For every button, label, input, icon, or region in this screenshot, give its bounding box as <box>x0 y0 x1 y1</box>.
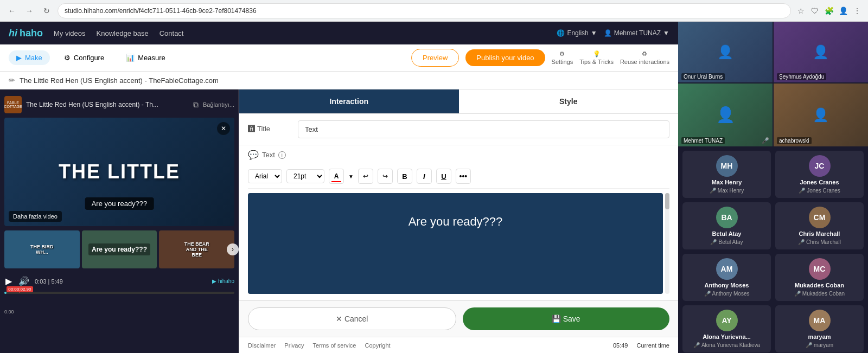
video-cell-1: 👤 Onur Ural Burns <box>678 22 773 82</box>
profile-icon[interactable]: 👤 <box>838 5 848 16</box>
video-logo: FABLECOTTAGE <box>4 96 22 113</box>
participant-max-henry: MH Max Henry 🎤 Max Henry <box>682 151 771 198</box>
nav-contact[interactable]: Contact <box>159 29 184 37</box>
more-videos-button[interactable]: Daha fazla video <box>9 211 62 222</box>
save-button[interactable]: 💾 Save <box>463 307 670 330</box>
undo-button[interactable]: ↩ <box>358 169 373 184</box>
user-menu[interactable]: 👤 Mehmet TUNAZ ▼ <box>604 29 669 37</box>
language-selector[interactable]: 🌐 English ▼ <box>557 29 597 37</box>
italic-button[interactable]: I <box>417 169 432 184</box>
text-content-area[interactable]: Are you ready??? <box>248 193 663 294</box>
participant-betul-atay-name: Betul Atay <box>712 230 742 237</box>
shield-icon: 🛡 <box>809 5 820 16</box>
extensions-icon[interactable]: 🧩 <box>824 5 834 16</box>
play-button[interactable]: ▶ <box>4 275 13 287</box>
more-options-button[interactable]: ••• <box>456 169 471 184</box>
participant-jones-cranes: JC Jones Cranes 🎤 Jones Cranes <box>775 151 864 198</box>
mic-icon-6: 🎤 <box>794 291 801 297</box>
interaction-panel: Interaction Style 🅰 Title <box>239 89 678 353</box>
menu-icon[interactable]: ⋮ <box>852 5 863 16</box>
timeline-marker: 00:00:02.90 <box>7 286 33 292</box>
text-color-button[interactable]: A <box>329 169 344 184</box>
star-icon[interactable]: ☆ <box>795 5 806 16</box>
timeline-bar[interactable]: 00:00:02.90 <box>4 292 234 294</box>
participant-mukaddes-coban: MC Mukaddes Coban 🎤 Mukaddes Coban <box>775 254 864 301</box>
copy-icon[interactable]: ⧉ <box>193 100 199 110</box>
configure-tab[interactable]: ⚙ Configure <box>56 50 112 65</box>
mini-thumb-3: THE BEAR AND THE BEE <box>159 230 234 268</box>
make-tab[interactable]: ▶ Make <box>9 50 50 65</box>
nav-knowledge-base[interactable]: Knowledge base <box>97 29 149 37</box>
participant-max-henry-name: Max Henry <box>712 179 742 185</box>
current-time-label: Current time <box>636 342 669 349</box>
refresh-button[interactable]: ↻ <box>40 4 53 17</box>
video-thumbnail: THE LITTLE ✕ Daha fazla video Are you re… <box>4 118 234 226</box>
text-content-value: Are you ready??? <box>409 215 503 229</box>
participant-anthony-moses-name: Anthony Moses <box>705 282 749 288</box>
volume-button[interactable]: 🔊 <box>17 275 30 287</box>
participant-maryam: MA maryam 🎤 maryam <box>775 305 864 352</box>
font-family-select[interactable]: Arial <box>248 169 282 183</box>
address-bar[interactable] <box>58 3 791 18</box>
hihaho-nav: hihaho My videos Knowledge base Contact … <box>0 22 678 44</box>
participant-jones-cranes-avatar: JC <box>809 155 831 177</box>
participant-max-henry-sub: 🎤 Max Henry <box>710 188 744 194</box>
participant-maryam-avatar: MA <box>809 310 831 331</box>
video-cell-4: 👤 achabrowski <box>774 84 868 147</box>
tab-style[interactable]: Style <box>459 89 679 113</box>
mic-icon-3: 🎤 <box>710 239 717 245</box>
text-editor-area: Arial 21pt A ▼ ↩ ↪ B <box>239 164 678 300</box>
mic-icon-7: 🎤 <box>693 342 700 348</box>
settings-tool[interactable]: ⚙ Settings <box>552 50 573 65</box>
mini-thumb-1-text: THE BIRD WH... <box>30 244 54 255</box>
editor-panel: hihaho My videos Knowledge base Contact … <box>0 22 678 353</box>
back-button[interactable]: ← <box>5 4 18 17</box>
video-grid: 👤 Onur Ural Burns 👤 Şeyhmus Aydoğdu 👤 Me… <box>678 22 868 146</box>
participant-chris-marchall-name: Chris Marchall <box>799 230 840 237</box>
tips-icon: 💡 <box>593 50 601 57</box>
video-panel: FABLECOTTAGE The Little Red Hen (US Engl… <box>0 89 239 353</box>
bold-button[interactable]: B <box>397 169 412 184</box>
text-toolbar: Arial 21pt A ▼ ↩ ↪ B <box>248 164 669 189</box>
underline-button[interactable]: U <box>436 169 451 184</box>
reuse-tool[interactable]: ♻ Reuse interactions <box>620 50 669 65</box>
overlay-text: Are you ready??? <box>85 197 154 210</box>
mic-icon-2: 🎤 <box>799 188 805 194</box>
participant-alona-avatar: AY <box>716 310 738 331</box>
make-icon: ▶ <box>16 54 22 62</box>
cancel-button[interactable]: ✕ Cancel <box>248 307 456 330</box>
timeline-progress <box>4 292 7 294</box>
video-cell-3-mic: 🎤 <box>762 137 769 144</box>
privacy-link[interactable]: Privacy <box>284 342 304 349</box>
preview-button[interactable]: Preview <box>411 49 459 67</box>
tab-interaction[interactable]: Interaction <box>239 89 459 113</box>
nav-my-videos[interactable]: My videos <box>54 29 86 37</box>
publish-button[interactable]: Publish your video <box>465 49 545 66</box>
mic-icon-4: 🎤 <box>798 239 805 245</box>
participant-mukaddes-coban-sub: 🎤 Mukaddes Coban <box>794 291 845 297</box>
tips-tool[interactable]: 💡 Tips & Tricks <box>579 50 614 65</box>
participant-anthony-moses: AM Anthony Moses 🎤 Anthony Moses <box>682 254 771 301</box>
redo-button[interactable]: ↪ <box>378 169 393 184</box>
disclaimer-link[interactable]: Disclaimer <box>248 342 276 349</box>
mic-icon: 🎤 <box>710 188 716 194</box>
page-title: The Little Red Hen (US English accent) -… <box>20 76 219 85</box>
color-dropdown-icon[interactable]: ▼ <box>348 174 354 179</box>
editor-toolbar: ▶ Make ⚙ Configure 📊 Measure Preview Pub… <box>0 44 678 72</box>
video-cell-3: 👤 Mehmet TUNAZ 🎤 <box>678 84 773 147</box>
close-overlay-button[interactable]: ✕ <box>217 122 230 135</box>
participant-jones-cranes-name: Jones Cranes <box>800 179 839 185</box>
edit-icon: ✏ <box>9 76 15 85</box>
font-size-select[interactable]: 21pt <box>286 169 324 183</box>
participant-betul-atay-sub: 🎤 Betul Atay <box>710 239 743 245</box>
copyright-link[interactable]: Copyright <box>365 342 390 349</box>
measure-tab[interactable]: 📊 Measure <box>118 50 173 65</box>
title-input[interactable] <box>298 120 669 138</box>
mini-thumb-2-overlay: Are you ready??? <box>88 243 150 255</box>
title-icon: 🅰 <box>248 125 255 133</box>
terms-link[interactable]: Terms of service <box>312 342 356 349</box>
mini-thumbnails: THE BIRD WH... Are you ready??? THE BEAR… <box>4 230 234 268</box>
scrollbar[interactable] <box>665 193 669 294</box>
forward-button[interactable]: → <box>23 4 36 17</box>
next-button[interactable]: › <box>227 243 239 255</box>
